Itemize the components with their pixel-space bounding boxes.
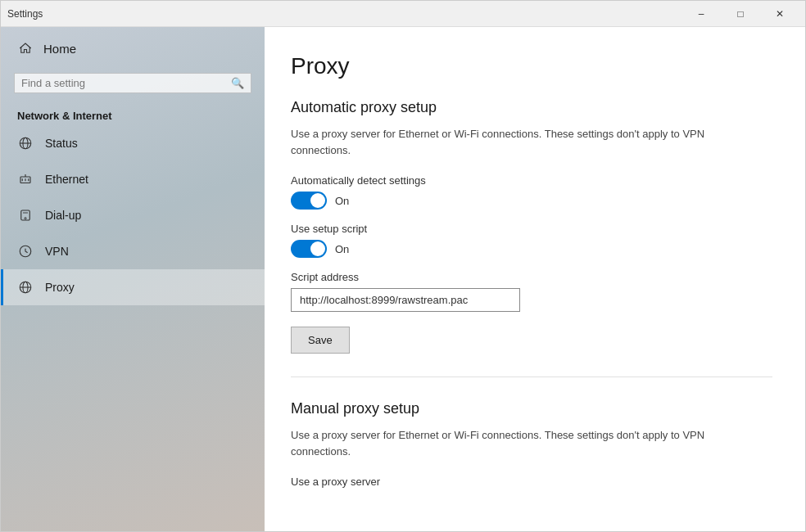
home-label: Home — [43, 42, 76, 56]
setup-script-toggle-group: On — [291, 240, 772, 258]
sidebar-item-proxy[interactable]: Proxy — [1, 269, 265, 305]
manual-section-desc: Use a proxy server for Ethernet or Wi-Fi… — [291, 427, 717, 459]
close-button[interactable]: ✕ — [761, 1, 799, 27]
auto-detect-label: Automatically detect settings — [291, 174, 772, 187]
sidebar-home[interactable]: Home — [1, 27, 265, 70]
sidebar-category-label: Network & Internet — [1, 103, 265, 125]
save-button[interactable]: Save — [291, 327, 350, 354]
sidebar-item-status[interactable]: Status — [1, 125, 265, 161]
proxy-icon — [17, 279, 34, 295]
sidebar-item-vpn[interactable]: VPN — [1, 233, 265, 269]
home-icon — [17, 40, 34, 56]
sidebar-ethernet-label: Ethernet — [45, 173, 88, 186]
maximize-button[interactable]: □ — [722, 1, 759, 27]
setup-script-label: Use setup script — [291, 223, 772, 235]
window-controls: – □ ✕ — [682, 1, 799, 27]
right-panel: Proxy Automatic proxy setup Use a proxy … — [265, 27, 805, 531]
section-divider — [291, 376, 772, 377]
search-box[interactable]: 🔍 — [14, 73, 251, 93]
home-svg — [18, 41, 33, 56]
setup-script-toggle-row: Use setup script On — [291, 223, 772, 258]
script-address-input[interactable] — [291, 288, 520, 312]
sidebar-item-ethernet[interactable]: Ethernet — [1, 161, 265, 197]
dialup-icon — [17, 207, 34, 223]
auto-detect-toggle-group: On — [291, 192, 772, 210]
sidebar-status-label: Status — [45, 137, 78, 150]
ethernet-icon — [17, 171, 34, 187]
settings-window: Settings – □ ✕ Home 🔍 — [0, 0, 806, 532]
search-input[interactable] — [21, 77, 231, 89]
automatic-section-desc: Use a proxy server for Ethernet or Wi-Fi… — [291, 126, 717, 158]
sidebar-item-dialup[interactable]: Dial-up — [1, 197, 265, 233]
page-title: Proxy — [291, 53, 772, 79]
automatic-section-title: Automatic proxy setup — [291, 99, 772, 116]
script-address-label: Script address — [291, 271, 772, 283]
sidebar-vpn-label: VPN — [45, 245, 69, 258]
use-proxy-label: Use a proxy server — [291, 476, 772, 488]
sidebar: Home 🔍 Network & Internet Status — [1, 27, 265, 531]
svg-rect-8 — [21, 210, 30, 220]
auto-detect-toggle-row: Automatically detect settings On — [291, 174, 772, 210]
sidebar-dialup-label: Dial-up — [45, 209, 81, 222]
setup-script-state: On — [335, 243, 349, 255]
window-title: Settings — [7, 8, 43, 20]
script-address-field: Script address — [291, 271, 772, 312]
minimize-button[interactable]: – — [682, 1, 720, 27]
status-icon — [17, 135, 34, 151]
manual-section-title: Manual proxy setup — [291, 400, 772, 417]
sidebar-proxy-label: Proxy — [45, 281, 75, 294]
vpn-icon — [17, 243, 34, 259]
title-bar: Settings – □ ✕ — [1, 1, 805, 27]
setup-script-toggle[interactable] — [291, 240, 327, 258]
main-content: Home 🔍 Network & Internet Status — [1, 27, 805, 531]
search-icon: 🔍 — [231, 77, 244, 89]
svg-point-9 — [25, 218, 26, 219]
auto-detect-toggle[interactable] — [291, 192, 327, 210]
auto-detect-state: On — [335, 195, 349, 207]
